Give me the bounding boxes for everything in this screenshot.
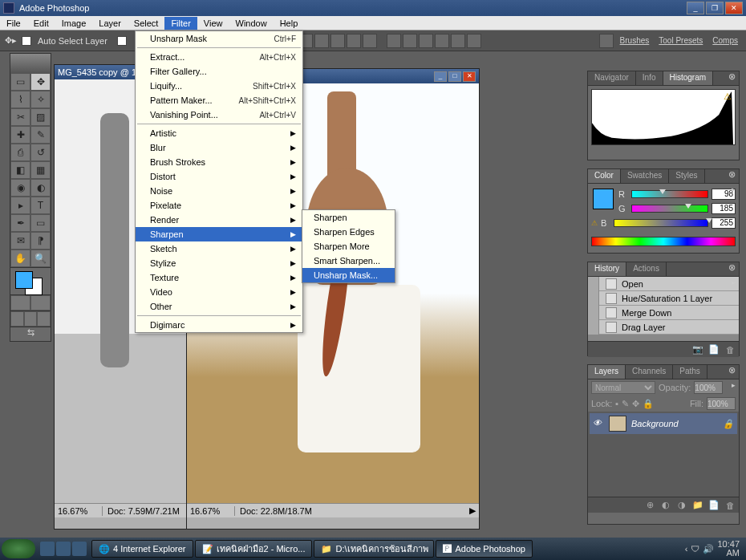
type-tool[interactable]: T [30, 197, 51, 214]
menu-file[interactable]: File [0, 17, 27, 30]
menu-filter[interactable]: Filter [164, 17, 197, 30]
doc2-maximize[interactable]: □ [448, 71, 461, 82]
panel-close-icon[interactable]: ⊗ [725, 169, 739, 183]
menuitem-noise[interactable]: Noise▶ [136, 184, 302, 198]
auto-select-checkbox[interactable] [22, 36, 31, 46]
clock[interactable]: 10:47 AM [717, 540, 740, 558]
menu-view[interactable]: View [197, 17, 229, 30]
doc2-hscroll[interactable] [187, 517, 479, 529]
menu-image[interactable]: Image [55, 17, 93, 30]
tray-icon[interactable]: 🔊 [703, 544, 714, 554]
b-slider[interactable] [614, 219, 708, 227]
tab-styles[interactable]: Styles [669, 169, 704, 183]
zoom-tool[interactable]: 🔍 [30, 250, 51, 267]
tab-comps[interactable]: Comps [709, 34, 741, 47]
blur-tool[interactable]: ◉ [10, 179, 30, 197]
screenmode-2[interactable] [24, 311, 38, 327]
distribute-icon[interactable] [419, 34, 433, 48]
start-button[interactable] [2, 539, 35, 558]
fg-color-swatch[interactable] [15, 271, 33, 289]
distribute-icon[interactable] [467, 34, 481, 48]
g-slider[interactable] [631, 205, 708, 213]
menu-edit[interactable]: Edit [27, 17, 55, 30]
menuitem-blur[interactable]: Blur▶ [136, 140, 302, 155]
menuitem-pixelate[interactable]: Pixelate▶ [136, 198, 302, 213]
menu-window[interactable]: Window [229, 17, 274, 30]
fx-icon[interactable]: ⊕ [644, 500, 655, 510]
submenu-unsharp-mask[interactable]: Unsharp Mask... [302, 268, 395, 282]
path-select-tool[interactable]: ▸ [10, 197, 30, 214]
submenu-smart-sharpen[interactable]: Smart Sharpen... [302, 254, 395, 268]
tray-icon[interactable]: ‹ [685, 544, 688, 554]
panel-close-icon[interactable]: ⊗ [725, 365, 739, 379]
menuitem-last-filter[interactable]: Unsharp Mask Ctrl+F [136, 31, 302, 46]
move-tool[interactable]: ✥ [30, 73, 51, 91]
screenmode-1[interactable] [10, 311, 24, 327]
new-snapshot-icon[interactable]: 📷 [692, 344, 703, 355]
lock-all-icon[interactable]: 🔒 [643, 399, 654, 409]
menuitem-extract[interactable]: Extract...Alt+Ctrl+X [136, 50, 302, 64]
panel-menu-icon[interactable]: ▸ [732, 381, 736, 389]
jump-to-imageready[interactable]: ⇆ [10, 327, 51, 341]
lock-paint-icon[interactable]: ✎ [622, 399, 629, 409]
align-icon[interactable] [314, 34, 329, 48]
tab-info[interactable]: Info [636, 71, 663, 85]
ql-icon[interactable] [72, 542, 87, 556]
new-layer-icon[interactable]: 📄 [708, 500, 720, 510]
trash-icon[interactable]: 🗑 [724, 345, 736, 355]
history-item[interactable]: Hue/Saturation 1 Layer [588, 291, 739, 306]
crop-tool[interactable]: ✂ [10, 108, 30, 126]
distribute-icon[interactable] [435, 34, 449, 48]
minimize-button[interactable]: _ [687, 2, 704, 14]
taskbar-item-active[interactable]: 🅿Adobe Photoshop [436, 540, 532, 558]
show-bbox-checkbox[interactable] [117, 36, 127, 46]
menuitem-pattern-maker[interactable]: Pattern Maker...Alt+Shift+Ctrl+X [136, 93, 302, 108]
folder-icon[interactable]: 📁 [692, 500, 703, 510]
quickmask-off[interactable] [10, 295, 30, 310]
trash-icon[interactable]: 🗑 [724, 501, 736, 510]
notes-tool[interactable]: ✉ [10, 232, 30, 250]
quickmask-on[interactable] [30, 295, 51, 310]
tab-paths[interactable]: Paths [673, 365, 707, 379]
panel-menu-icon[interactable]: ▸ [732, 278, 736, 286]
eraser-tool[interactable]: ◧ [10, 161, 30, 179]
menu-help[interactable]: Help [274, 17, 305, 30]
workspace-icon[interactable] [599, 34, 614, 48]
eyedropper-tool[interactable]: ⁋ [30, 232, 51, 250]
menuitem-texture[interactable]: Texture▶ [136, 270, 302, 285]
tab-color[interactable]: Color [588, 169, 621, 183]
pen-tool[interactable]: ✒ [10, 214, 30, 232]
taskbar-item[interactable]: 📝เทคนิคฝ่ามือ2 - Micro... [195, 540, 313, 558]
history-item[interactable]: Open [588, 277, 739, 291]
lasso-tool[interactable]: ⌇ [10, 91, 30, 108]
blend-mode-select[interactable]: Normal [591, 381, 655, 394]
stamp-tool[interactable]: ⎙ [10, 144, 30, 161]
tab-history[interactable]: History [588, 262, 626, 276]
align-icon[interactable] [347, 34, 361, 48]
menuitem-video[interactable]: Video▶ [136, 285, 302, 299]
taskbar-item[interactable]: 📁D:\เทคนิคการซ้อนสีภาพ [314, 540, 434, 558]
marquee-tool[interactable]: ▭ [10, 73, 30, 91]
menuitem-liquify[interactable]: Liquify...Shift+Ctrl+X [136, 79, 302, 93]
restore-button[interactable]: ❐ [706, 2, 724, 14]
history-item[interactable]: Drag Layer [588, 320, 739, 335]
tab-actions[interactable]: Actions [626, 262, 667, 276]
doc2-minimize[interactable]: _ [434, 71, 447, 82]
menuitem-artistic[interactable]: Artistic▶ [136, 126, 302, 140]
menuitem-vanishing-point[interactable]: Vanishing Point...Alt+Ctrl+V [136, 108, 302, 122]
align-icon[interactable] [363, 34, 377, 48]
menuitem-stylize[interactable]: Stylize▶ [136, 256, 302, 270]
tab-navigator[interactable]: Navigator [588, 71, 636, 85]
doc1-zoom[interactable]: 16.67% [55, 506, 103, 516]
menuitem-digimarc[interactable]: Digimarc▶ [136, 318, 302, 332]
ql-icon[interactable] [56, 542, 71, 556]
panel-close-icon[interactable]: ⊗ [725, 71, 739, 85]
tab-layers[interactable]: Layers [588, 365, 626, 379]
wand-tool[interactable]: ✧ [30, 91, 51, 108]
submenu-sharpen-edges[interactable]: Sharpen Edges [302, 225, 395, 239]
doc1-hscroll[interactable] [55, 517, 186, 529]
layer-thumb[interactable] [609, 416, 626, 432]
color-swatches[interactable] [10, 267, 51, 294]
gradient-tool[interactable]: ▦ [30, 161, 51, 179]
adjustment-icon[interactable]: ◑ [676, 500, 687, 510]
